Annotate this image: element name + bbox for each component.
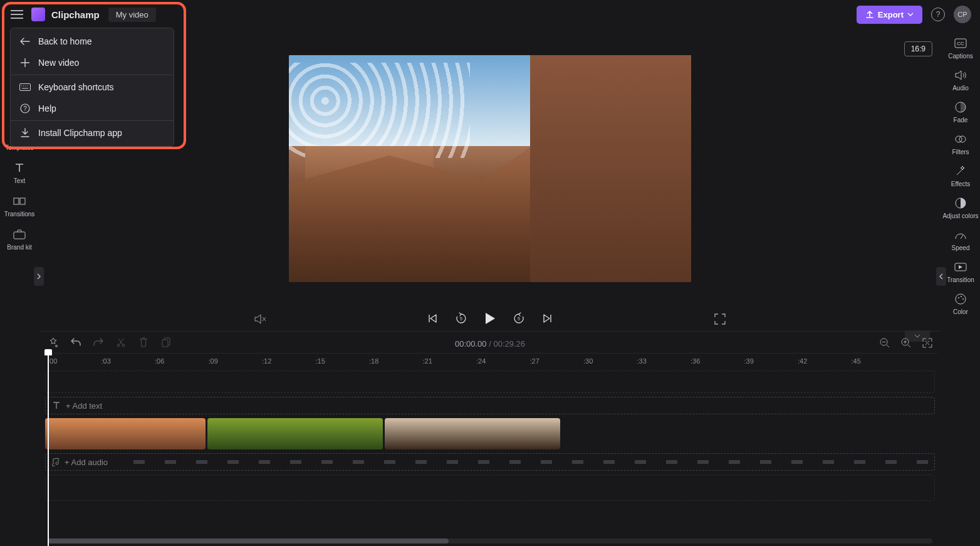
transitions-icon	[13, 194, 26, 208]
add-text-track[interactable]: + Add text	[45, 397, 935, 414]
hamburger-menu-button[interactable]	[9, 6, 25, 23]
export-label: Export	[878, 10, 904, 19]
track-empty-top[interactable]	[45, 370, 935, 393]
sidebar-item-audio[interactable]: Audio	[952, 68, 969, 92]
menu-item-label: New video	[38, 58, 79, 68]
current-time: 00:00.00	[455, 339, 487, 349]
help-icon: ?	[19, 103, 31, 113]
sidebar-item-label: Audio	[952, 85, 969, 92]
menu-new-video[interactable]: New video	[11, 52, 174, 73]
sidebar-item-label: Effects	[951, 181, 970, 187]
playhead[interactable]	[48, 352, 49, 546]
sidebar-item-transitions[interactable]: Transitions	[4, 194, 35, 218]
sidebar-item-label: Adjust colors	[942, 213, 978, 219]
ruler-tick: :03	[102, 357, 111, 365]
briefcase-icon	[13, 228, 26, 241]
sidebar-item-label: Transition	[947, 276, 974, 283]
timeline-zoom-controls	[880, 338, 932, 348]
hamburger-icon	[11, 10, 23, 19]
sidebar-item-label: Filters	[952, 149, 969, 155]
copy-button[interactable]	[160, 337, 172, 348]
ruler-tick: :09	[209, 357, 218, 365]
delete-button[interactable]	[138, 337, 149, 348]
ruler-tick: :42	[798, 357, 807, 365]
menu-back-to-home[interactable]: Back to home	[11, 31, 174, 52]
sidebar-item-label: Fade	[954, 117, 968, 123]
add-audio-track[interactable]: + Add audio	[45, 453, 935, 471]
svg-point-14	[959, 136, 966, 142]
rewind-5s-button[interactable]: 5	[454, 311, 469, 326]
fullscreen-icon	[714, 313, 726, 325]
video-clip-3[interactable]	[385, 418, 560, 449]
zoom-fit-button[interactable]	[922, 338, 932, 348]
sidebar-item-brand-kit[interactable]: Brand kit	[7, 228, 31, 251]
export-button[interactable]: Export	[857, 6, 922, 24]
ruler-tick: :21	[423, 357, 432, 365]
menu-item-label: Install Clipchamp app	[38, 128, 122, 138]
ruler-tick: :33	[637, 357, 647, 365]
track-empty-bottom[interactable]	[45, 475, 935, 501]
fullscreen-button[interactable]	[714, 313, 726, 325]
sidebar-item-adjust-colors[interactable]: Adjust colors	[942, 196, 978, 219]
app-menu: Back to home New video Keyboard shortcut…	[10, 28, 174, 147]
skip-next-button[interactable]	[540, 311, 555, 326]
menu-separator	[11, 75, 174, 75]
sidebar-item-effects[interactable]: Effects	[951, 164, 970, 187]
ruler-tick: :00	[48, 357, 57, 365]
play-button[interactable]	[482, 311, 498, 326]
timeline-area: 00:00.00 / 00:29.26 :00:03:06:09:12:15:1…	[39, 331, 941, 546]
svg-text:5: 5	[460, 317, 462, 321]
sidebar-item-speed[interactable]: Speed	[952, 228, 970, 251]
sidebar-item-text[interactable]: Text	[13, 161, 26, 184]
plus-icon	[19, 58, 31, 67]
project-name-input[interactable]: My video	[108, 8, 156, 22]
sidebar-item-transition[interactable]: Transition	[947, 260, 974, 283]
speedometer-icon	[954, 228, 967, 242]
forward-5s-button[interactable]: 5	[511, 311, 526, 326]
sidebar-item-filters[interactable]: Filters	[952, 132, 969, 155]
music-icon	[52, 458, 60, 466]
aspect-ratio-button[interactable]: 16:9	[904, 41, 932, 56]
sidebar-item-label: Color	[953, 308, 968, 315]
menu-install-app[interactable]: Install Clipchamp app	[11, 122, 174, 144]
magic-button[interactable]	[48, 337, 59, 348]
skip-prev-button[interactable]	[425, 311, 440, 326]
preview-canvas[interactable]	[289, 55, 691, 282]
ruler-tick: :12	[262, 357, 271, 365]
sidebar-item-color[interactable]: Color	[953, 292, 968, 315]
ruler-tick: :39	[744, 357, 754, 365]
split-button[interactable]	[115, 337, 127, 348]
svg-point-13	[956, 136, 962, 142]
filters-icon	[954, 132, 967, 146]
left-panel-expand-button[interactable]	[34, 267, 44, 286]
sidebar-item-label: Transitions	[4, 211, 35, 218]
transition-icon	[954, 260, 967, 274]
ruler-tick: :24	[476, 357, 486, 365]
svg-point-19	[961, 296, 962, 297]
audio-waveform	[133, 460, 934, 464]
sidebar-item-captions[interactable]: CC Captions	[948, 36, 972, 60]
timeline-scrollbar[interactable]	[48, 538, 932, 543]
menu-item-label: Keyboard shortcuts	[38, 82, 114, 92]
ruler-tick: :15	[316, 357, 325, 365]
fade-icon	[954, 100, 967, 114]
redo-button[interactable]	[93, 337, 104, 348]
video-clip-1[interactable]	[45, 418, 206, 449]
undo-button[interactable]	[70, 337, 81, 348]
svg-rect-0	[20, 84, 31, 91]
help-button[interactable]: ?	[931, 8, 945, 21]
keyboard-icon	[19, 83, 31, 91]
svg-point-17	[956, 294, 966, 304]
menu-keyboard-shortcuts[interactable]: Keyboard shortcuts	[11, 76, 174, 98]
user-avatar[interactable]: CP	[954, 6, 971, 23]
svg-point-18	[958, 297, 959, 298]
text-icon	[13, 161, 26, 175]
svg-rect-8	[20, 198, 25, 204]
video-clip-2[interactable]	[207, 418, 383, 449]
svg-point-24	[122, 344, 125, 347]
menu-help[interactable]: ? Help	[11, 98, 174, 119]
zoom-in-button[interactable]	[901, 338, 911, 348]
sidebar-item-fade[interactable]: Fade	[954, 100, 968, 123]
timeline-ruler[interactable]: :00:03:06:09:12:15:18:21:24:27:30:33:36:…	[43, 353, 937, 368]
zoom-out-button[interactable]	[880, 338, 890, 348]
